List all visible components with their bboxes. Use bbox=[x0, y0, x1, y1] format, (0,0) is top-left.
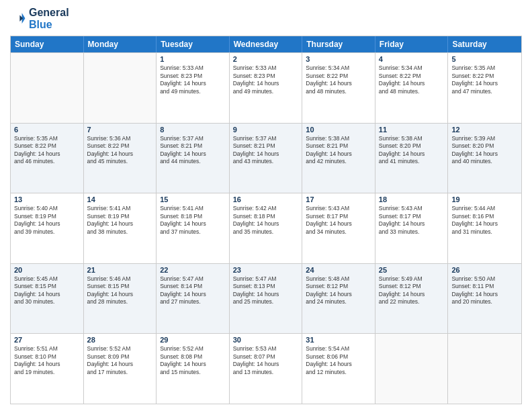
day-info: Sunrise: 5:54 AM Sunset: 8:06 PM Dayligh… bbox=[306, 345, 371, 376]
day-number: 11 bbox=[379, 126, 445, 134]
day-number: 19 bbox=[451, 195, 518, 203]
day-number: 24 bbox=[306, 266, 371, 274]
day-number: 3 bbox=[306, 55, 371, 63]
day-number: 23 bbox=[233, 266, 299, 274]
day-cell-15: 15Sunrise: 5:41 AM Sunset: 8:18 PM Dayli… bbox=[157, 193, 230, 263]
day-cell-25: 25Sunrise: 5:49 AM Sunset: 8:12 PM Dayli… bbox=[375, 264, 449, 334]
day-number: 14 bbox=[87, 195, 153, 203]
day-number: 2 bbox=[233, 55, 299, 63]
day-info: Sunrise: 5:52 AM Sunset: 8:09 PM Dayligh… bbox=[87, 345, 153, 376]
day-cell-5: 5Sunrise: 5:35 AM Sunset: 8:22 PM Daylig… bbox=[448, 53, 521, 123]
day-number: 6 bbox=[14, 126, 80, 134]
day-cell-28: 28Sunrise: 5:52 AM Sunset: 8:09 PM Dayli… bbox=[84, 334, 157, 404]
day-info: Sunrise: 5:39 AM Sunset: 8:20 PM Dayligh… bbox=[451, 135, 518, 166]
col-header-saturday: Saturday bbox=[448, 36, 521, 52]
day-info: Sunrise: 5:50 AM Sunset: 8:11 PM Dayligh… bbox=[451, 275, 518, 306]
day-cell-17: 17Sunrise: 5:43 AM Sunset: 8:17 PM Dayli… bbox=[302, 193, 375, 263]
day-info: Sunrise: 5:42 AM Sunset: 8:18 PM Dayligh… bbox=[233, 205, 299, 236]
day-info: Sunrise: 5:37 AM Sunset: 8:21 PM Dayligh… bbox=[160, 135, 226, 166]
day-info: Sunrise: 5:46 AM Sunset: 8:15 PM Dayligh… bbox=[87, 275, 153, 306]
day-info: Sunrise: 5:38 AM Sunset: 8:20 PM Dayligh… bbox=[379, 135, 445, 166]
day-cell-12: 12Sunrise: 5:39 AM Sunset: 8:20 PM Dayli… bbox=[448, 124, 521, 193]
day-cell-22: 22Sunrise: 5:47 AM Sunset: 8:14 PM Dayli… bbox=[157, 264, 230, 334]
day-info: Sunrise: 5:38 AM Sunset: 8:21 PM Dayligh… bbox=[306, 135, 371, 166]
calendar-row-1: 1Sunrise: 5:33 AM Sunset: 8:23 PM Daylig… bbox=[11, 52, 521, 123]
day-info: Sunrise: 5:33 AM Sunset: 8:23 PM Dayligh… bbox=[160, 64, 226, 95]
day-number: 27 bbox=[14, 336, 80, 344]
day-info: Sunrise: 5:47 AM Sunset: 8:13 PM Dayligh… bbox=[233, 275, 299, 306]
day-info: Sunrise: 5:43 AM Sunset: 8:17 PM Dayligh… bbox=[379, 205, 445, 236]
day-number: 31 bbox=[306, 336, 371, 344]
day-cell-19: 19Sunrise: 5:44 AM Sunset: 8:16 PM Dayli… bbox=[448, 193, 521, 263]
day-cell-13: 13Sunrise: 5:40 AM Sunset: 8:19 PM Dayli… bbox=[11, 193, 84, 263]
empty-cell bbox=[375, 334, 449, 404]
empty-cell bbox=[84, 53, 157, 123]
calendar-body: 1Sunrise: 5:33 AM Sunset: 8:23 PM Daylig… bbox=[11, 52, 521, 404]
day-info: Sunrise: 5:49 AM Sunset: 8:12 PM Dayligh… bbox=[379, 275, 445, 306]
day-number: 30 bbox=[233, 336, 299, 344]
day-number: 29 bbox=[160, 336, 226, 344]
day-number: 16 bbox=[233, 195, 299, 203]
day-number: 7 bbox=[87, 126, 153, 134]
calendar-row-3: 13Sunrise: 5:40 AM Sunset: 8:19 PM Dayli… bbox=[11, 193, 521, 263]
day-number: 13 bbox=[14, 195, 80, 203]
day-number: 17 bbox=[306, 195, 371, 203]
calendar-row-2: 6Sunrise: 5:35 AM Sunset: 8:22 PM Daylig… bbox=[11, 123, 521, 193]
day-info: Sunrise: 5:40 AM Sunset: 8:19 PM Dayligh… bbox=[14, 205, 80, 236]
day-info: Sunrise: 5:43 AM Sunset: 8:17 PM Dayligh… bbox=[306, 205, 371, 236]
day-info: Sunrise: 5:48 AM Sunset: 8:12 PM Dayligh… bbox=[306, 275, 371, 306]
day-info: Sunrise: 5:34 AM Sunset: 8:22 PM Dayligh… bbox=[306, 64, 371, 95]
day-cell-8: 8Sunrise: 5:37 AM Sunset: 8:21 PM Daylig… bbox=[157, 124, 230, 193]
col-header-sunday: Sunday bbox=[11, 36, 84, 52]
day-info: Sunrise: 5:53 AM Sunset: 8:07 PM Dayligh… bbox=[233, 345, 299, 376]
day-info: Sunrise: 5:33 AM Sunset: 8:23 PM Dayligh… bbox=[233, 64, 299, 95]
day-cell-9: 9Sunrise: 5:37 AM Sunset: 8:21 PM Daylig… bbox=[230, 124, 303, 193]
day-info: Sunrise: 5:51 AM Sunset: 8:10 PM Dayligh… bbox=[14, 345, 80, 376]
day-number: 4 bbox=[379, 55, 445, 63]
day-number: 21 bbox=[87, 266, 153, 274]
empty-cell bbox=[11, 53, 84, 123]
day-number: 10 bbox=[306, 126, 371, 134]
day-info: Sunrise: 5:41 AM Sunset: 8:19 PM Dayligh… bbox=[87, 205, 153, 236]
day-number: 8 bbox=[160, 126, 226, 134]
day-info: Sunrise: 5:34 AM Sunset: 8:22 PM Dayligh… bbox=[379, 64, 445, 95]
logo: General Blue bbox=[10, 7, 69, 30]
day-cell-20: 20Sunrise: 5:45 AM Sunset: 8:15 PM Dayli… bbox=[11, 264, 84, 334]
day-cell-31: 31Sunrise: 5:54 AM Sunset: 8:06 PM Dayli… bbox=[302, 334, 375, 404]
day-number: 12 bbox=[451, 126, 518, 134]
day-cell-30: 30Sunrise: 5:53 AM Sunset: 8:07 PM Dayli… bbox=[230, 334, 303, 404]
day-cell-4: 4Sunrise: 5:34 AM Sunset: 8:22 PM Daylig… bbox=[375, 53, 449, 123]
day-info: Sunrise: 5:35 AM Sunset: 8:22 PM Dayligh… bbox=[14, 135, 80, 166]
col-header-wednesday: Wednesday bbox=[230, 36, 303, 52]
empty-cell bbox=[448, 334, 521, 404]
day-cell-3: 3Sunrise: 5:34 AM Sunset: 8:22 PM Daylig… bbox=[302, 53, 375, 123]
logo-text: General Blue bbox=[29, 7, 69, 30]
day-info: Sunrise: 5:52 AM Sunset: 8:08 PM Dayligh… bbox=[160, 345, 226, 376]
day-cell-24: 24Sunrise: 5:48 AM Sunset: 8:12 PM Dayli… bbox=[302, 264, 375, 334]
page-header: General Blue bbox=[10, 7, 522, 30]
calendar-header: SundayMondayTuesdayWednesdayThursdayFrid… bbox=[11, 36, 521, 52]
day-number: 1 bbox=[160, 55, 226, 63]
day-number: 15 bbox=[160, 195, 226, 203]
day-number: 26 bbox=[451, 266, 518, 274]
day-cell-7: 7Sunrise: 5:36 AM Sunset: 8:22 PM Daylig… bbox=[84, 124, 157, 193]
day-cell-27: 27Sunrise: 5:51 AM Sunset: 8:10 PM Dayli… bbox=[11, 334, 84, 404]
day-number: 20 bbox=[14, 266, 80, 274]
day-cell-18: 18Sunrise: 5:43 AM Sunset: 8:17 PM Dayli… bbox=[375, 193, 449, 263]
col-header-thursday: Thursday bbox=[302, 36, 375, 52]
calendar: SundayMondayTuesdayWednesdayThursdayFrid… bbox=[10, 36, 522, 404]
day-number: 28 bbox=[87, 336, 153, 344]
day-cell-11: 11Sunrise: 5:38 AM Sunset: 8:20 PM Dayli… bbox=[375, 124, 449, 193]
day-cell-14: 14Sunrise: 5:41 AM Sunset: 8:19 PM Dayli… bbox=[84, 193, 157, 263]
day-cell-2: 2Sunrise: 5:33 AM Sunset: 8:23 PM Daylig… bbox=[230, 53, 303, 123]
day-number: 25 bbox=[379, 266, 445, 274]
day-cell-26: 26Sunrise: 5:50 AM Sunset: 8:11 PM Dayli… bbox=[448, 264, 521, 334]
day-info: Sunrise: 5:41 AM Sunset: 8:18 PM Dayligh… bbox=[160, 205, 226, 236]
col-header-monday: Monday bbox=[84, 36, 157, 52]
day-info: Sunrise: 5:45 AM Sunset: 8:15 PM Dayligh… bbox=[14, 275, 80, 306]
day-cell-21: 21Sunrise: 5:46 AM Sunset: 8:15 PM Dayli… bbox=[84, 264, 157, 334]
col-header-friday: Friday bbox=[375, 36, 449, 52]
calendar-row-5: 27Sunrise: 5:51 AM Sunset: 8:10 PM Dayli… bbox=[11, 333, 521, 404]
calendar-row-4: 20Sunrise: 5:45 AM Sunset: 8:15 PM Dayli… bbox=[11, 263, 521, 334]
logo-icon bbox=[10, 11, 26, 27]
